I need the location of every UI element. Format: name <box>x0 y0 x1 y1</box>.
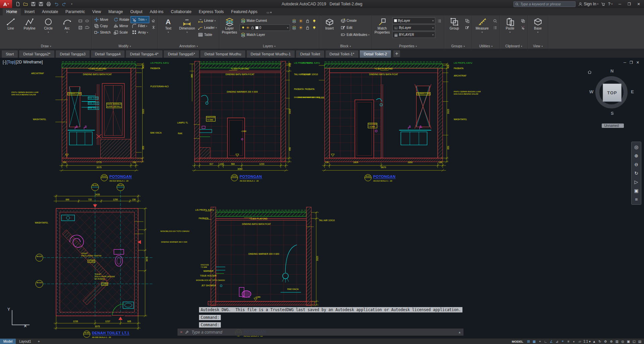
viewcube-top-face[interactable]: TOP <box>603 84 622 102</box>
circle-button[interactable]: Circle▾ <box>40 16 57 33</box>
pan-icon[interactable]: ⊕ <box>632 152 640 159</box>
viewcube-south[interactable]: S <box>611 111 614 116</box>
layer-unlock-button[interactable] <box>305 24 311 31</box>
autoscale-icon[interactable]: ↻ <box>597 339 603 344</box>
snap-icon[interactable]: ▦ <box>531 339 537 344</box>
minimize-button[interactable]: ─ <box>615 0 625 8</box>
file-tab-detail-tangga-4-[interactable]: Detail Tangga-4* <box>126 50 163 58</box>
qat-customize-button[interactable]: ▾ <box>68 1 76 7</box>
transparency-icon[interactable]: ◐ <box>571 339 577 344</box>
file-tab-detail-tangga3[interactable]: Detail Tangga3 <box>55 50 90 58</box>
workspace-gear-icon[interactable]: ⚙ <box>603 339 608 344</box>
viewcube-north[interactable]: N <box>610 68 613 73</box>
file-tab-detail-toilet[interactable]: Detail Toilet <box>296 50 324 58</box>
mirror-button[interactable]: Mirror <box>112 23 130 29</box>
navmenu-icon[interactable]: ≡ <box>632 196 640 203</box>
arc-button[interactable]: Arc▾ <box>58 16 76 33</box>
layer-on-button[interactable] <box>311 24 317 31</box>
file-tab-start[interactable]: Start <box>1 50 18 58</box>
viewport-name-badge[interactable]: Unnamed▾ <box>602 124 624 128</box>
open-button[interactable] <box>22 1 29 7</box>
file-tab-detail-tangga5-[interactable]: Detail Tangga5* <box>163 50 199 58</box>
home-icon[interactable] <box>587 70 592 76</box>
layer-lock-button[interactable] <box>305 18 311 24</box>
orbit-icon[interactable]: ↻ <box>632 169 640 177</box>
graphics-performance-icon[interactable]: ▣ <box>626 339 631 344</box>
layer-isolate-button[interactable] <box>291 18 297 24</box>
panel-label-modify[interactable]: Modify▾ <box>93 44 156 49</box>
help-button[interactable]: ?▾ <box>608 2 612 6</box>
text-button[interactable]: Text▾ <box>159 16 177 33</box>
paste-button[interactable]: Paste▾ <box>501 16 519 33</box>
signin-button[interactable]: Sign In▾ <box>578 2 598 6</box>
insert-button[interactable]: Insert <box>321 16 338 31</box>
clean-screen-icon[interactable]: ◱ <box>631 339 637 344</box>
linetype-dropdown[interactable]: ByLayer▾ <box>392 24 435 31</box>
ribbon-tab-annotate[interactable]: Annotate <box>38 8 62 15</box>
help-search-field[interactable] <box>513 1 576 7</box>
plot-button[interactable] <box>45 1 52 7</box>
group-button[interactable]: Group <box>446 16 463 31</box>
quick-select-button[interactable] <box>492 18 498 24</box>
grid-icon[interactable]: ⊞ <box>526 339 531 344</box>
zoom-icon[interactable]: ⊖ <box>632 161 640 168</box>
ortho-icon[interactable]: ∟ <box>543 339 548 344</box>
edit-block-button[interactable]: Edit <box>340 24 370 31</box>
steering-wheel-icon[interactable]: ◎ <box>632 143 640 151</box>
ribbon-tab-home[interactable]: Home <box>3 8 21 15</box>
file-tab-detail-toilet-2[interactable]: Detail Toilet-2 <box>359 50 391 58</box>
layer-dropdown[interactable]: 0 ▾ <box>240 24 290 31</box>
layer-off-button[interactable] <box>311 18 317 24</box>
save-button[interactable] <box>30 1 37 7</box>
ribbon-tab-insert[interactable]: Insert <box>21 8 38 15</box>
make-current-button[interactable]: Make Current <box>240 17 290 24</box>
ungroup-button[interactable] <box>464 18 470 24</box>
panel-label-block[interactable]: Block▾ <box>321 44 370 49</box>
match-layer-button[interactable]: Match Layer <box>240 32 290 38</box>
lineweight-dropdown[interactable]: BYLAYER▾ <box>392 32 435 38</box>
array-button[interactable]: Array▾ <box>131 29 149 36</box>
ribbon-tab-add-ins[interactable]: Add-ins <box>146 8 167 15</box>
selection-cycling-icon[interactable]: ▱ <box>577 339 583 344</box>
polyline-button[interactable]: Polyline <box>21 16 38 31</box>
rectangle-button[interactable] <box>77 18 83 24</box>
command-history-icon[interactable]: ▲ <box>458 331 461 334</box>
command-bar[interactable]: ✕ ▲ <box>177 328 464 336</box>
annotation-monitor-icon[interactable]: ⊕ <box>608 339 614 344</box>
redo-button[interactable] <box>60 1 68 7</box>
app-store-button[interactable] <box>601 2 605 6</box>
ribbon-tab-collaborate[interactable]: Collaborate <box>167 8 195 15</box>
quick-calc-button[interactable] <box>492 24 498 31</box>
ribbon-tab-output[interactable]: Output <box>127 8 146 15</box>
drawing-canvas[interactable]: [-][Top][2D Wireframe] ─ ❐ ✕ <box>0 58 644 338</box>
erase-button[interactable] <box>150 17 156 23</box>
isolate-icon[interactable]: ◎ <box>620 339 626 344</box>
quick-properties-icon[interactable]: ▥ <box>614 339 620 344</box>
file-tab-detail-toilet-1-[interactable]: Detail Toilet-1* <box>325 50 359 58</box>
measure-button[interactable]: Measure▾ <box>474 16 491 33</box>
command-input[interactable] <box>191 330 456 335</box>
move-button[interactable]: Move <box>93 16 112 23</box>
base-button[interactable]: Base▾ <box>529 16 547 33</box>
doc-restore-icon[interactable]: ❐ <box>630 60 633 65</box>
new-drawing-tab-button[interactable]: + <box>393 50 400 57</box>
ribbon-tab-view[interactable]: View <box>89 8 105 15</box>
polar-icon[interactable]: ∠ <box>548 339 554 344</box>
annotation-visibility-icon[interactable]: ▲ <box>591 339 597 344</box>
viewport-view-control[interactable]: [Top] <box>7 60 15 64</box>
panel-label-annotation[interactable]: Annotation▾ <box>159 44 217 49</box>
doc-minimize-icon[interactable]: ─ <box>624 60 626 65</box>
linear-button[interactable]: Linear▾ <box>197 17 217 24</box>
panel-label-layers[interactable]: Layers▾ <box>221 44 318 49</box>
trim-button[interactable]: Trim▾ <box>131 16 149 23</box>
group-edit-button[interactable] <box>464 24 470 31</box>
model-tab[interactable]: Model <box>0 339 16 344</box>
panel-label-groups[interactable]: Groups▾ <box>446 44 470 49</box>
close-button[interactable]: ✕ <box>634 0 643 8</box>
app-logo[interactable]: A▾ <box>0 0 12 8</box>
search-input[interactable] <box>520 2 574 6</box>
dimension-button[interactable]: Dimension▾ <box>178 16 196 33</box>
ribbon-tab-manage[interactable]: Manage <box>105 8 127 15</box>
lineweight-icon[interactable]: ≡ <box>565 339 571 344</box>
panel-label-draw[interactable]: Draw▾ <box>2 44 90 49</box>
